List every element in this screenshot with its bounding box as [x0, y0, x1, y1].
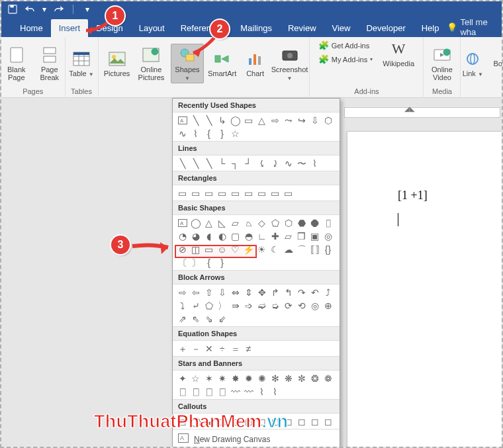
- shape-s5[interactable]: ☆: [190, 373, 201, 384]
- shape-pie[interactable]: ◕: [190, 230, 201, 242]
- shape-tear[interactable]: ◐: [216, 230, 228, 242]
- shape-s16[interactable]: ✻: [269, 373, 281, 384]
- shape-cloud[interactable]: ☁: [283, 244, 294, 255]
- shape-freeform2[interactable]: 〜: [296, 157, 307, 169]
- shape-elbow[interactable]: └: [216, 157, 228, 169]
- shape-rect[interactable]: ▭: [243, 114, 254, 126]
- shape-dbrc[interactable]: {}: [322, 244, 334, 255]
- shape-rect3[interactable]: ▭: [203, 187, 214, 199]
- online-video-button[interactable]: Online Video: [428, 46, 457, 81]
- shape-elbow2[interactable]: ┐: [230, 157, 241, 169]
- tab-layout[interactable]: Layout: [131, 19, 173, 37]
- shape-aco1[interactable]: ⟳: [283, 300, 294, 311]
- pictures-button[interactable]: Pictures: [103, 50, 132, 77]
- shape-scroll1[interactable]: ⌇: [256, 386, 267, 397]
- tab-home[interactable]: Home: [12, 19, 51, 37]
- shape-no[interactable]: ⊘: [177, 244, 188, 255]
- shape-line-c[interactable]: ╲: [203, 157, 214, 169]
- shape-rtri[interactable]: ◺: [216, 217, 228, 228]
- undo-icon[interactable]: [24, 3, 36, 15]
- shape-bolt[interactable]: ⚡: [243, 244, 254, 255]
- shape-arrow-turn[interactable]: ↪: [296, 114, 307, 126]
- shape-scroll2[interactable]: ⌇: [269, 386, 281, 397]
- my-addins-button[interactable]: 🧩My Add-ins ▾: [316, 54, 375, 65]
- shape-ac2[interactable]: ↶: [309, 287, 320, 298]
- tab-view[interactable]: View: [324, 19, 359, 37]
- shape-s12[interactable]: ✺: [256, 373, 267, 384]
- shape-moon[interactable]: ☾: [269, 244, 281, 255]
- shape-co10[interactable]: ◻: [296, 416, 307, 427]
- shape-cube[interactable]: ❒: [296, 230, 307, 242]
- shape-textbox[interactable]: A: [177, 114, 188, 126]
- blank-page-button[interactable]: Blank Page: [2, 46, 31, 81]
- shape-ad[interactable]: ⇩: [216, 287, 228, 298]
- tab-mailings[interactable]: Mailings: [232, 19, 280, 37]
- shape-connector[interactable]: ↳: [216, 114, 228, 126]
- shape-oval2[interactable]: ◯: [190, 217, 201, 228]
- shape-scribble[interactable]: ⌇: [309, 157, 320, 169]
- horizontal-ruler[interactable]: ◢◣: [344, 107, 500, 118]
- shape-wave1[interactable]: 〰: [230, 386, 241, 397]
- shape-s24[interactable]: ❋: [283, 373, 294, 384]
- shape-ac1[interactable]: ↷: [296, 287, 307, 298]
- shape-wave2[interactable]: 〰: [243, 386, 254, 397]
- shape-co12[interactable]: ◻: [322, 416, 334, 427]
- shape-achev[interactable]: 〉: [216, 300, 228, 311]
- shape-rib3[interactable]: ⎕: [203, 386, 214, 397]
- shape-curve[interactable]: ∿: [177, 128, 188, 139]
- shape-s10[interactable]: ✹: [243, 373, 254, 384]
- shape-astr4[interactable]: ➭: [269, 300, 281, 311]
- shape-diamond[interactable]: ◇: [256, 217, 267, 228]
- shape-cross[interactable]: ✚: [269, 230, 281, 242]
- shape-aco4[interactable]: ⊕: [322, 300, 334, 311]
- shape-star[interactable]: ☆: [230, 128, 241, 139]
- shape-s4[interactable]: ✦: [177, 373, 188, 384]
- shape-ac3[interactable]: ⤴: [322, 287, 334, 298]
- shape-ard[interactable]: ⤶: [190, 300, 201, 311]
- shape-arrow-d[interactable]: ⇩: [309, 114, 320, 126]
- tab-review[interactable]: Review: [280, 19, 324, 37]
- shape-can[interactable]: ◔: [177, 230, 188, 242]
- shape-plaque[interactable]: ▱: [283, 230, 294, 242]
- shape-astr3[interactable]: ➫: [256, 300, 267, 311]
- shape-line-a[interactable]: ╲: [177, 157, 188, 169]
- shape-chord[interactable]: ◖: [203, 230, 214, 242]
- document-page[interactable]: [1 +1]: [347, 131, 503, 448]
- table-button[interactable]: Table ▼: [67, 50, 96, 78]
- shape-elbow3[interactable]: ┘: [243, 157, 254, 169]
- shape-co11[interactable]: ◻: [309, 416, 320, 427]
- shape-lbrace2[interactable]: {: [203, 257, 214, 268]
- shape-eq[interactable]: ＝: [230, 343, 241, 354]
- link-button[interactable]: Link ▼: [458, 50, 487, 78]
- shape-abr[interactable]: ↱: [269, 287, 281, 298]
- shape-cyl[interactable]: ⌷: [322, 217, 334, 228]
- shape-rect7[interactable]: ▭: [256, 187, 267, 199]
- shape-heart[interactable]: ♡: [230, 244, 241, 255]
- shape-rect1[interactable]: ▭: [177, 187, 188, 199]
- shape-curve1[interactable]: ⤹: [256, 157, 267, 169]
- shape-arrow-r[interactable]: ⇨: [269, 114, 281, 126]
- shape-neq[interactable]: ≠: [243, 343, 254, 354]
- shape-a4[interactable]: ✥: [256, 287, 267, 298]
- customize-qat-icon[interactable]: ▾: [81, 3, 93, 15]
- screenshot-button[interactable]: Screenshot ▼: [274, 46, 306, 82]
- shape-l[interactable]: ∟: [256, 230, 267, 242]
- chart-button[interactable]: Chart: [241, 50, 270, 77]
- shape-rib2[interactable]: ⎕: [190, 386, 201, 397]
- shape-aqd[interactable]: ⇘: [203, 313, 214, 324]
- shape-aco3[interactable]: ◎: [309, 300, 320, 311]
- shape-block[interactable]: ◫: [190, 244, 201, 255]
- tab-help[interactable]: Help: [414, 19, 447, 37]
- shape-arrow-lr[interactable]: ⤳: [283, 114, 294, 126]
- shape-aqb[interactable]: ⇙: [216, 313, 228, 324]
- shape-aco2[interactable]: ⟲: [296, 300, 307, 311]
- shape-rect6[interactable]: ▭: [243, 187, 254, 199]
- shape-abl[interactable]: ↰: [283, 287, 294, 298]
- shape-donut[interactable]: ◎: [322, 230, 334, 242]
- bookmark-button-partial[interactable]: Bo: [491, 60, 503, 67]
- shape-bevel[interactable]: ▣: [309, 230, 320, 242]
- shape-seal1[interactable]: ❂: [309, 373, 320, 384]
- shape-oct[interactable]: ⯃: [309, 217, 320, 228]
- shape-s6[interactable]: ✶: [203, 373, 214, 384]
- undo-dropdown-icon[interactable]: ▾: [41, 3, 48, 15]
